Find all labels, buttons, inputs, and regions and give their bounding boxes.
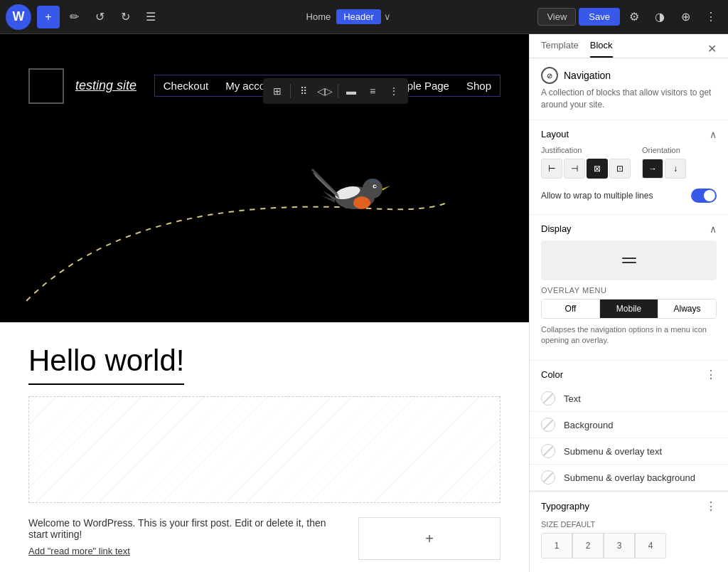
size-num-2[interactable]: 2: [572, 533, 604, 558]
nav-link-shop[interactable]: Shop: [466, 80, 491, 92]
breadcrumb-home[interactable]: Home: [306, 11, 331, 22]
display-preview: [541, 240, 717, 280]
size-numbers: 1 2 3 4: [541, 533, 717, 558]
add-block-button-canvas[interactable]: +: [358, 517, 500, 560]
just-left-button[interactable]: ⊢: [541, 159, 562, 179]
size-num-4[interactable]: 4: [635, 533, 666, 558]
redo-button[interactable]: ↻: [114, 6, 136, 28]
right-toolbar: View Save ⚙ ◑ ⊕ ⋮: [537, 6, 722, 28]
overlay-always-button[interactable]: Always: [658, 300, 716, 318]
display-section: Display ∧ OVERLAY MENU Off Mobile Always…: [530, 214, 728, 361]
typography-options-button[interactable]: ⋮: [705, 499, 717, 513]
color-options-button[interactable]: ⋮: [705, 368, 717, 381]
breadcrumb: Home Header ∨: [165, 9, 535, 24]
hamburger-line-1: [622, 258, 636, 259]
post-excerpt: Welcome to WordPress. This is your first…: [28, 517, 344, 540]
orient-horizontal-button[interactable]: →: [642, 159, 663, 179]
more-options-icon[interactable]: ⋮: [700, 6, 722, 28]
svg-point-4: [353, 196, 370, 209]
layout-row: Justification ⊢ ⊣ ⊠ ⊡ Orientation → ↓: [541, 146, 717, 179]
bird-graphic: [309, 159, 401, 230]
svg-point-6: [374, 186, 375, 187]
block-info: ⊘ Navigation A collection of blocks that…: [530, 58, 728, 120]
wp-logo-icon[interactable]: W: [6, 4, 31, 30]
just-space-button[interactable]: ⊠: [587, 159, 608, 179]
tab-template[interactable]: Template: [541, 40, 579, 58]
color-submenu-text-circle: [541, 444, 555, 458]
settings-icon[interactable]: ⚙: [623, 6, 646, 28]
panel-tabs: Template Block ✕: [530, 34, 728, 58]
overlay-off-button[interactable]: Off: [542, 300, 600, 318]
empty-block[interactable]: [28, 396, 500, 503]
view-button[interactable]: View: [537, 8, 576, 26]
tools-icon[interactable]: ⊕: [674, 6, 697, 28]
read-more-link[interactable]: Add "read more" link text: [28, 546, 344, 556]
typography-title: Typography: [541, 501, 589, 512]
dashed-path-graphic: [0, 137, 529, 322]
add-block-button[interactable]: +: [37, 6, 60, 28]
more-button[interactable]: ⋮: [384, 81, 404, 101]
just-center-button[interactable]: ⊣: [564, 159, 585, 179]
chevron-down-icon: ∨: [384, 11, 391, 22]
breadcrumb-header[interactable]: Header: [336, 9, 381, 24]
typography-section: Typography ⋮ SIZE DEFAULT 1 2 3 4: [530, 491, 728, 564]
color-background-label: Background: [564, 420, 613, 430]
size-num-3[interactable]: 3: [604, 533, 635, 558]
drag-handle[interactable]: ⠿: [294, 81, 314, 101]
toolbar-separator: [290, 84, 291, 98]
justification-col: Justification ⊢ ⊣ ⊠ ⊡: [541, 146, 631, 179]
color-section: Color ⋮ Text Background Submenu & overla…: [530, 360, 728, 491]
block-name: Navigation: [564, 70, 611, 81]
main-area: ⊞ ⠿ ◁▷ ▬ ≡ ⋮ testing site Checkout My ac…: [0, 34, 728, 572]
save-button[interactable]: Save: [579, 8, 620, 26]
color-title: Color: [541, 369, 563, 380]
style-icon[interactable]: ◑: [648, 6, 671, 28]
canvas: ⊞ ⠿ ◁▷ ▬ ≡ ⋮ testing site Checkout My ac…: [0, 34, 529, 572]
size-default-row: SIZE DEFAULT 1 2 3 4: [530, 517, 728, 564]
tab-block[interactable]: Block: [590, 40, 613, 58]
color-bg-circle: [541, 418, 555, 432]
display-title: Display: [541, 223, 572, 234]
just-right-button[interactable]: ⊡: [609, 159, 631, 179]
layout-content: Justification ⊢ ⊣ ⊠ ⊡ Orientation → ↓: [530, 146, 728, 214]
nav-link-checkout[interactable]: Checkout: [164, 80, 208, 92]
orientation-col: Orientation → ↓: [642, 146, 717, 179]
orientation-label: Orientation: [642, 146, 717, 154]
color-submenu-text-row[interactable]: Submenu & overlay text: [530, 438, 728, 465]
justification-buttons: ⊢ ⊣ ⊠ ⊡: [541, 159, 631, 179]
move-button[interactable]: ◁▷: [315, 81, 335, 101]
orient-vertical-button[interactable]: ↓: [665, 159, 686, 179]
layout-title: Layout: [541, 129, 569, 139]
overlay-menu-buttons: Off Mobile Always: [541, 299, 717, 319]
wrap-toggle-row: Allow to wrap to multiple lines: [541, 186, 717, 206]
layout-chevron-icon: ∧: [710, 129, 717, 140]
add-block-area: +: [358, 517, 500, 563]
size-num-1[interactable]: 1: [541, 533, 572, 558]
undo-button[interactable]: ↺: [88, 6, 111, 28]
close-panel-button[interactable]: ✕: [707, 42, 717, 55]
list-view-button[interactable]: ☰: [139, 6, 162, 28]
post-title: Hello world!: [28, 344, 184, 385]
layout-section-header[interactable]: Layout ∧: [530, 120, 728, 146]
orientation-buttons: → ↓: [642, 159, 717, 179]
excerpt-text-area: Welcome to WordPress. This is your first…: [28, 517, 344, 556]
justification-label: Justification: [541, 146, 631, 154]
color-background-row[interactable]: Background: [530, 412, 728, 438]
svg-marker-2: [382, 186, 390, 191]
overlay-menu-label: OVERLAY MENU: [541, 286, 717, 295]
color-text-row[interactable]: Text: [530, 386, 728, 412]
display-section-header[interactable]: Display ∧: [530, 215, 728, 240]
overlay-mobile-button[interactable]: Mobile: [600, 300, 658, 318]
color-submenu-text-label: Submenu & overlay text: [564, 446, 662, 457]
post-excerpt-row: Welcome to WordPress. This is your first…: [28, 517, 500, 563]
edit-button[interactable]: ✏: [63, 6, 85, 28]
block-description: A collection of blocks that allow visito…: [541, 87, 717, 111]
hamburger-icon: [622, 258, 636, 263]
display-content: OVERLAY MENU Off Mobile Always Collapses…: [530, 240, 728, 361]
block-type-button[interactable]: ⊞: [267, 81, 287, 101]
layout-button[interactable]: ≡: [363, 81, 382, 101]
display-chevron-icon: ∧: [710, 223, 717, 235]
align-button[interactable]: ▬: [341, 81, 361, 101]
color-submenu-bg-row[interactable]: Submenu & overlay background: [530, 465, 728, 491]
wrap-toggle[interactable]: [691, 189, 717, 203]
